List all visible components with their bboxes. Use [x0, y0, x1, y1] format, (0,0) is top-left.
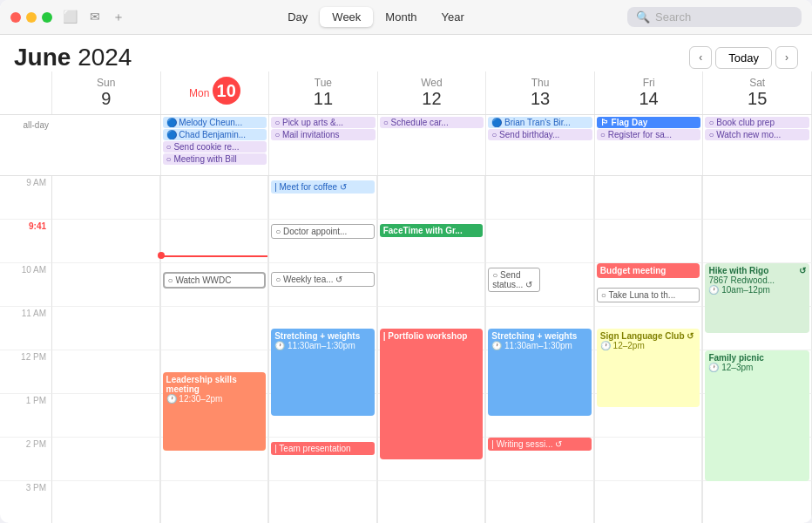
day-col-mon: ○ Watch WWDC Leadership skills meeting 🕐… — [161, 176, 270, 523]
year-label: 2024 — [78, 44, 132, 71]
event-title: Leadership skills meeting — [166, 375, 263, 394]
grid-slot: Sign Language Club ↺ 🕐 12–2pm — [595, 307, 703, 350]
list-item[interactable]: ○ Meeting with Bill — [163, 153, 267, 165]
day-name-mon: Mon — [189, 87, 209, 99]
leadership-skills-event[interactable]: Leadership skills meeting 🕐 12:30–2pm — [163, 372, 267, 451]
grid-slot — [595, 438, 703, 481]
list-item[interactable]: ○ Mail invitations — [271, 129, 376, 140]
grid-slot — [378, 481, 486, 523]
grid-slot: ○ Send status... ↺ — [486, 263, 594, 307]
list-item[interactable]: 🔵 Brian Tran's Bir... — [488, 117, 592, 128]
day-num-wed: 12 — [382, 89, 483, 109]
list-item[interactable]: 🔵 Melody Cheun... — [163, 117, 267, 128]
allday-tue: ○ Pick up arts &... ○ Mail invitations — [269, 115, 378, 175]
allday-sat: ○ Book club prep ○ Watch new mo... — [703, 115, 812, 175]
fullscreen-button[interactable] — [42, 12, 52, 23]
event-title: Stretching + weights — [274, 331, 371, 341]
grid-slot: Leadership skills meeting 🕐 12:30–2pm — [161, 350, 269, 394]
event-time: 🕐 12–3pm — [708, 363, 806, 372]
list-item[interactable]: 🔵 Chad Benjamin... — [163, 129, 267, 140]
flag-day-event[interactable]: 🏳 Flag Day — [597, 117, 701, 128]
list-item[interactable]: ○ Schedule car... — [380, 117, 484, 128]
stretching-tue-event[interactable]: Stretching + weights 🕐 11:30am–1:30pm — [271, 329, 375, 416]
list-item[interactable]: ○ Send birthday... — [488, 129, 592, 140]
day-headers: Sun 9 Mon 10 Tue 11 Wed 12 Thu 13 — [0, 71, 812, 115]
allday-fri: 🏳 Flag Day ○ Register for sa... — [595, 115, 704, 175]
list-item[interactable]: ○ Watch new mo... — [705, 129, 809, 140]
grid-slot — [486, 481, 594, 523]
search-box[interactable]: 🔍 Search — [627, 7, 802, 27]
day-num-fri: 14 — [599, 89, 700, 109]
day-name-tue: Tue — [315, 77, 332, 89]
titlebar-icons: ⬜ ✉ ＋ — [63, 10, 125, 25]
grid-slot: | Writing sessi... ↺ — [486, 438, 594, 481]
time-col: 9 AM 9:41 10 AM 11 AM 12 PM 1 PM 2 PM 3 … — [0, 176, 52, 523]
take-luna-event[interactable]: ○ Take Luna to th... — [597, 288, 700, 302]
inbox-icon[interactable]: ✉ — [90, 10, 100, 25]
day-col-tue: | Meet for coffee ↺ ○ Doctor appoint... … — [269, 176, 378, 523]
minimize-button[interactable] — [26, 12, 37, 23]
send-status-event[interactable]: ○ Send status... ↺ — [488, 268, 539, 292]
search-placeholder: Search — [655, 10, 691, 24]
grid-slot — [52, 307, 160, 350]
weekly-tea-event[interactable]: ○ Weekly tea... ↺ — [271, 272, 375, 287]
search-icon: 🔍 — [636, 10, 650, 24]
day-view-btn[interactable]: Day — [275, 7, 320, 27]
grid-slot: Stretching + weights 🕐 11:30am–1:30pm — [486, 307, 594, 350]
titlebar: ⬜ ✉ ＋ Day Week Month Year 🔍 Search — [0, 0, 812, 35]
stretching-thu-event[interactable]: Stretching + weights 🕐 11:30am–1:30pm — [488, 329, 592, 416]
calendar-grid: Sun 9 Mon 10 Tue 11 Wed 12 Thu 13 — [0, 71, 812, 523]
meet-coffee-event[interactable]: | Meet for coffee ↺ — [271, 180, 375, 194]
day-name-thu: Thu — [531, 77, 550, 89]
sidebar-icon[interactable]: ⬜ — [63, 10, 78, 25]
family-picnic-event[interactable]: Family picnic 🕐 12–3pm — [705, 350, 809, 481]
week-view-btn[interactable]: Week — [320, 7, 373, 27]
add-icon[interactable]: ＋ — [112, 10, 125, 25]
day-name-sun: Sun — [97, 77, 115, 89]
time-12pm: 12 PM — [0, 350, 52, 394]
grid-slot: Budget meeting ○ Take Luna to th... — [595, 263, 703, 307]
list-item[interactable]: ○ Pick up arts &... — [271, 117, 376, 128]
current-time-dot — [158, 252, 165, 259]
team-presentation-event[interactable]: | Team presentation — [271, 442, 375, 455]
close-button[interactable] — [10, 12, 21, 23]
time-grid-scroll[interactable]: 9 AM 9:41 10 AM 11 AM 12 PM 1 PM 2 PM 3 … — [0, 176, 812, 523]
writing-session-event[interactable]: | Writing sessi... ↺ — [488, 438, 592, 451]
time-2pm: 2 PM — [0, 438, 52, 481]
facetime-event[interactable]: FaceTime with Gr... — [380, 224, 484, 237]
event-time: 🕐 12–2pm — [600, 341, 697, 350]
grid-slot — [595, 481, 703, 523]
doctor-appt-event[interactable]: ○ Doctor appoint... — [271, 224, 375, 239]
grid-slot — [161, 176, 269, 220]
year-view-btn[interactable]: Year — [429, 7, 476, 27]
list-item[interactable]: ○ Send cookie re... — [163, 141, 267, 153]
day-col-sun — [52, 176, 161, 523]
event-time: 🕐 10am–12pm — [708, 285, 806, 295]
list-item[interactable]: ○ Register for sa... — [597, 129, 701, 140]
grid-slot — [52, 481, 160, 523]
hike-rigo-event[interactable]: Hike with Rigo ↺ 7867 Redwood... 🕐 10am–… — [705, 263, 809, 333]
event-time: 🕐 12:30–2pm — [166, 394, 263, 404]
day-name-fri: Fri — [643, 77, 655, 89]
day-header-sun: Sun 9 — [52, 71, 161, 114]
today-btn[interactable]: Today — [715, 47, 772, 69]
portfolio-workshop-event[interactable]: | Portfolio workshop — [380, 329, 484, 459]
day-col-wed: FaceTime with Gr... | Portfolio workshop… — [378, 176, 487, 523]
next-week-btn[interactable]: › — [775, 46, 798, 69]
allday-wed: ○ Schedule car... — [378, 115, 487, 175]
time-1pm: 1 PM — [0, 394, 52, 438]
list-item[interactable]: ○ Book club prep — [705, 117, 809, 128]
month-view-btn[interactable]: Month — [373, 7, 429, 27]
grid-slot — [703, 220, 812, 263]
watch-wwdc-event[interactable]: ○ Watch WWDC — [163, 272, 267, 289]
budget-meeting-event[interactable]: Budget meeting — [597, 263, 700, 278]
allday-label: all-day — [0, 115, 52, 175]
event-title: Stretching + weights — [491, 331, 588, 341]
prev-week-btn[interactable]: ‹ — [689, 46, 712, 69]
day-col-thu: ○ Send status... ↺ Stretching + weights … — [486, 176, 595, 523]
grid-slot — [52, 263, 160, 307]
time-9am: 9 AM — [0, 176, 52, 220]
sign-language-event[interactable]: Sign Language Club ↺ 🕐 12–2pm — [597, 329, 700, 407]
allday-sun — [52, 115, 161, 175]
day-header-wed: Wed 12 — [378, 71, 487, 114]
